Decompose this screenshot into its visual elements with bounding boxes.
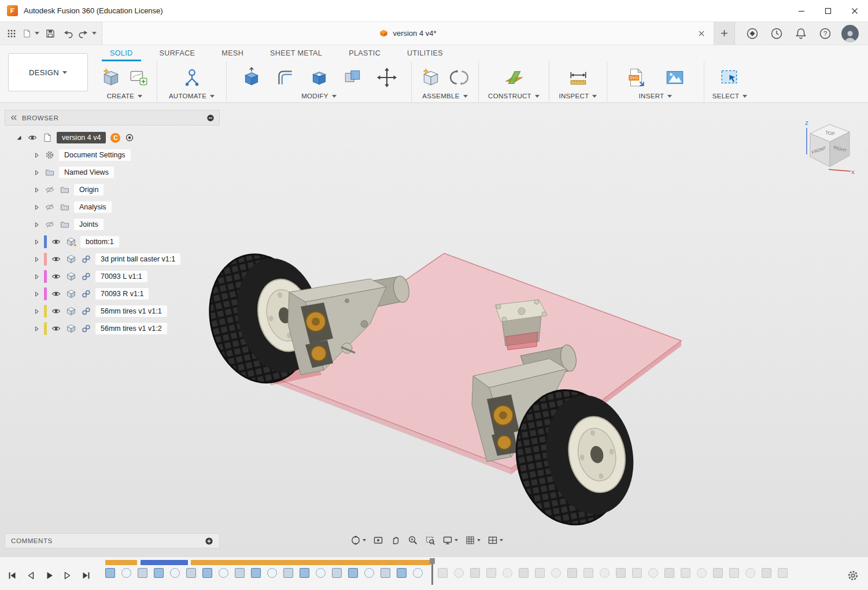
tab-mesh[interactable]: MESH	[213, 47, 252, 61]
timeline-feature-icon[interactable]	[486, 568, 496, 578]
shell-icon[interactable]	[308, 65, 331, 90]
job-status-icon[interactable]	[769, 25, 785, 42]
timeline-feature-icon[interactable]	[519, 568, 529, 578]
timeline-feature-icon[interactable]	[762, 568, 771, 578]
browser-item-label[interactable]: bottom:1	[80, 236, 119, 248]
timeline-feature-icon[interactable]	[600, 568, 610, 578]
create-solid-icon[interactable]	[99, 65, 123, 90]
timeline-feature-icon[interactable]	[267, 568, 277, 578]
timeline-feature-icon[interactable]	[681, 568, 690, 578]
timeline-feature-icon[interactable]	[397, 568, 407, 578]
browser-item-tires-2[interactable]: 56mm tires v1 v1:2	[5, 320, 220, 337]
display-settings-icon[interactable]	[440, 533, 460, 548]
view-cube[interactable]: Z X TOP FRONT RIGHT	[802, 117, 855, 178]
timeline-feature-icon[interactable]	[729, 568, 739, 578]
orbit-icon[interactable]	[348, 533, 368, 548]
timeline-group-segment[interactable]	[105, 560, 137, 565]
look-at-icon[interactable]	[371, 533, 386, 548]
timeline-feature-icon[interactable]	[251, 568, 261, 578]
modify-group-button[interactable]: MODIFY	[301, 93, 337, 102]
timeline-feature-icon[interactable]	[121, 568, 131, 578]
visibility-eye-off-icon[interactable]	[44, 219, 56, 230]
timeline-feature-icon[interactable]	[138, 568, 147, 578]
browser-item-origin[interactable]: Origin	[5, 181, 220, 198]
insert-canvas-icon[interactable]	[663, 65, 686, 90]
viewports-icon[interactable]	[485, 533, 505, 548]
browser-item-named-views[interactable]: Named Views	[5, 164, 220, 181]
tab-solid[interactable]: SOLID	[102, 47, 141, 61]
browser-header[interactable]: BROWSER	[5, 110, 220, 126]
undo-button[interactable]	[60, 25, 76, 42]
timeline-feature-icon[interactable]	[170, 568, 180, 578]
expand-arrow-icon[interactable]	[31, 254, 42, 264]
move-copy-icon[interactable]	[375, 65, 398, 90]
timeline-feature-icon[interactable]	[300, 568, 309, 578]
redo-button[interactable]	[77, 25, 98, 42]
skip-to-end-icon[interactable]	[80, 570, 93, 581]
comments-bar[interactable]: COMMENTS	[5, 533, 220, 548]
skip-to-start-icon[interactable]	[6, 570, 19, 581]
expand-arrow-icon[interactable]	[31, 306, 42, 316]
assemble-group-button[interactable]: ASSEMBLE	[422, 93, 467, 102]
browser-item-label[interactable]: 56mm tires v1 v1:2	[95, 323, 167, 334]
timeline-position-marker[interactable]	[431, 558, 433, 585]
timeline-feature-icon[interactable]	[154, 568, 164, 578]
expand-arrow-icon[interactable]	[31, 202, 42, 212]
timeline-group-segment[interactable]	[141, 560, 188, 565]
tab-plastic[interactable]: PLASTIC	[341, 47, 389, 61]
fillet-icon[interactable]	[274, 65, 297, 90]
browser-item-label[interactable]: 3d print ball caster v1:1	[95, 253, 180, 265]
tab-sheet-metal[interactable]: SHEET METAL	[262, 47, 330, 61]
timeline-feature-icon[interactable]	[616, 568, 626, 578]
timeline-feature-icon[interactable]	[632, 568, 642, 578]
visibility-eye-icon[interactable]	[50, 236, 62, 248]
step-back-icon[interactable]	[24, 570, 37, 581]
browser-item-bottom[interactable]: bottom:1	[5, 233, 220, 250]
browser-item-label[interactable]: Named Views	[59, 167, 114, 178]
timeline-feature-icon[interactable]	[664, 568, 674, 578]
timeline-feature-icon[interactable]	[413, 568, 423, 578]
timeline-feature-icon[interactable]	[364, 568, 374, 578]
expand-arrow-icon[interactable]	[31, 323, 42, 334]
timeline-group-segment[interactable]	[191, 560, 431, 565]
collapse-panel-icon[interactable]	[10, 114, 17, 121]
browser-item-analysis[interactable]: Analysis	[5, 198, 220, 216]
new-component-icon[interactable]	[419, 65, 442, 90]
create-group-button[interactable]: CREATE	[107, 93, 143, 102]
timeline-feature-icon[interactable]	[454, 568, 464, 578]
browser-item-70093-l[interactable]: 70093 L v1:1	[5, 268, 220, 285]
expand-arrow-icon[interactable]	[31, 289, 42, 299]
profile-avatar[interactable]	[841, 25, 859, 42]
timeline-feature-icon[interactable]	[186, 568, 196, 578]
timeline-feature-icon[interactable]	[745, 568, 755, 578]
combine-icon[interactable]	[341, 65, 364, 90]
expand-arrow-icon[interactable]	[31, 185, 42, 195]
collapse-all-icon[interactable]	[206, 114, 215, 122]
timeline-feature-icon[interactable]	[283, 568, 293, 578]
expand-arrow-icon[interactable]	[31, 271, 42, 282]
browser-item-label[interactable]: 56mm tires v1 v1:1	[95, 305, 167, 317]
save-button[interactable]	[42, 25, 58, 42]
timeline-feature-icon[interactable]	[332, 568, 342, 578]
timeline-feature-icon[interactable]	[567, 568, 577, 578]
browser-item-label[interactable]: Joints	[74, 219, 104, 230]
browser-item-tires-1[interactable]: 56mm tires v1 v1:1	[5, 303, 220, 320]
root-document-label[interactable]: version 4 v4	[57, 132, 106, 143]
timeline-feature-icon[interactable]	[381, 568, 390, 578]
measure-icon[interactable]	[567, 65, 590, 90]
extensions-icon[interactable]	[744, 25, 760, 42]
document-tab[interactable]: version 4 v4*	[102, 22, 714, 45]
inspect-group-button[interactable]: INSPECT	[559, 93, 597, 102]
zoom-window-icon[interactable]	[423, 533, 438, 548]
timeline-feature-icon[interactable]	[235, 568, 245, 578]
select-icon[interactable]	[718, 65, 741, 90]
visibility-eye-icon[interactable]	[50, 271, 62, 282]
visibility-eye-icon[interactable]	[50, 323, 62, 334]
timeline-feature-icon[interactable]	[778, 568, 788, 578]
visibility-eye-icon[interactable]	[27, 132, 38, 143]
expand-arrow-icon[interactable]	[31, 237, 42, 247]
workspace-switcher-design[interactable]: DESIGN	[8, 53, 88, 91]
timeline-feature-icon[interactable]	[648, 568, 658, 578]
add-comment-icon[interactable]	[205, 537, 213, 545]
press-pull-icon[interactable]	[240, 65, 263, 90]
